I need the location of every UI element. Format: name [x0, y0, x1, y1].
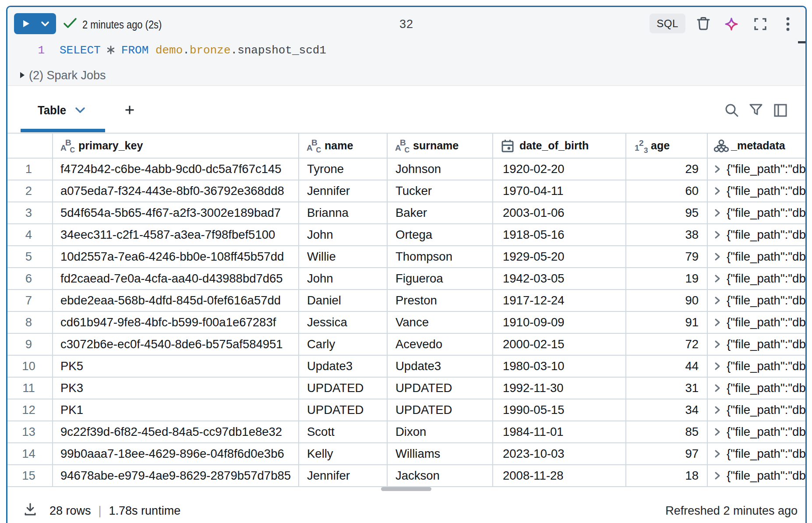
svg-text:2: 2 [639, 138, 644, 148]
svg-text:C: C [405, 146, 410, 153]
svg-text:C: C [316, 146, 321, 153]
svg-text:3: 3 [644, 146, 648, 153]
svg-text:C: C [70, 146, 75, 153]
